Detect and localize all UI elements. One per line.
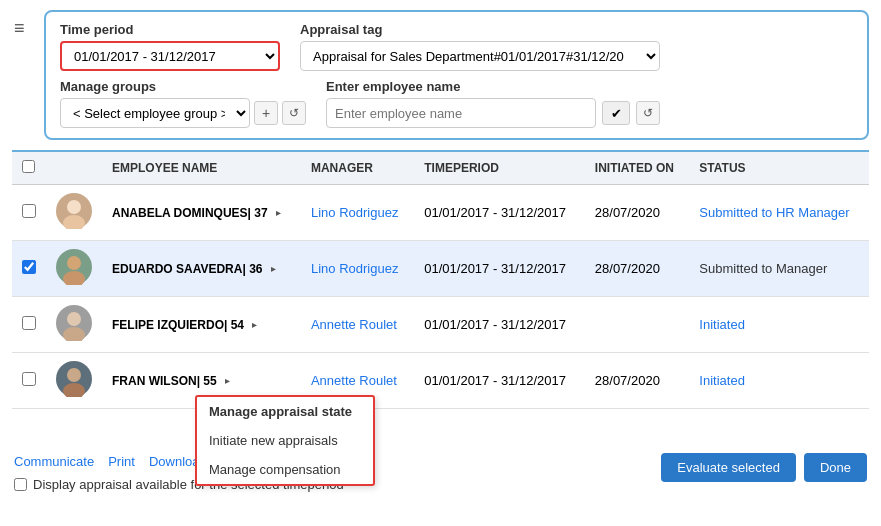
evaluate-selected-button[interactable]: Evaluate selected <box>661 453 796 482</box>
refresh-employee-icon[interactable]: ↺ <box>636 101 660 125</box>
row-checkbox[interactable] <box>22 372 36 386</box>
status-cell: Submitted to Manager <box>689 241 869 297</box>
more-dropdown-menu: Manage appraisal stateInitiate new appra… <box>195 395 375 486</box>
initiated-on-cell <box>585 297 690 353</box>
svg-point-1 <box>67 200 81 214</box>
employee-name-header: EMPLOYEE NAME <box>102 151 301 185</box>
employee-name: FRAN WILSON| 55 <box>112 374 217 388</box>
table-row: ANABELA DOMINQUES| 37 ▸ Lino Rodriguez 0… <box>12 185 869 241</box>
manager-header: MANAGER <box>301 151 414 185</box>
svg-point-4 <box>67 256 81 270</box>
employee-name-cell: EDUARDO SAAVEDRA| 36 ▸ <box>102 241 301 297</box>
employee-name: EDUARDO SAAVEDRA| 36 <box>112 262 263 276</box>
status-cell: Submitted to HR Manager <box>689 185 869 241</box>
avatar-cell <box>46 241 102 297</box>
dropdown-item[interactable]: Manage compensation <box>197 455 373 484</box>
manage-groups-label: Manage groups <box>60 79 306 94</box>
row-checkbox-cell[interactable] <box>12 353 46 409</box>
table-row: FRAN WILSON| 55 ▸ Annette Roulet 01/01/2… <box>12 353 869 409</box>
employee-name: ANABELA DOMINQUES| 37 <box>112 206 268 220</box>
display-checkbox[interactable] <box>14 478 27 491</box>
communicate-link[interactable]: Communicate <box>14 454 94 469</box>
refresh-group-icon[interactable]: ↺ <box>282 101 306 125</box>
employee-name-cell: ANABELA DOMINQUES| 37 ▸ <box>102 185 301 241</box>
manager-cell: Lino Rodriguez <box>301 185 414 241</box>
expand-icon[interactable]: ▸ <box>225 375 230 386</box>
expand-icon[interactable]: ▸ <box>276 207 281 218</box>
time-period-select[interactable]: 01/01/2017 - 31/12/2017 <box>60 41 280 71</box>
right-buttons: Evaluate selected Done <box>661 453 867 482</box>
manage-groups-group: Manage groups < Select employee group > … <box>60 79 306 128</box>
expand-icon[interactable]: ▸ <box>252 319 257 330</box>
timeperiod-header: TIMEPERIOD <box>414 151 585 185</box>
avatar-cell <box>46 297 102 353</box>
avatar <box>56 249 92 285</box>
hamburger-menu[interactable]: ≡ <box>14 18 25 39</box>
row-checkbox-cell[interactable] <box>12 297 46 353</box>
expand-icon[interactable]: ▸ <box>271 263 276 274</box>
add-group-icon[interactable]: + <box>254 101 278 125</box>
appraisal-tag-label: Appraisal tag <box>300 22 660 37</box>
employee-name-input[interactable] <box>326 98 596 128</box>
select-all-checkbox[interactable] <box>22 160 35 173</box>
initiated-on-cell: 28/07/2020 <box>585 241 690 297</box>
svg-point-10 <box>67 368 81 382</box>
status-cell: Initiated <box>689 297 869 353</box>
employee-name-group: Enter employee name ✔ ↺ <box>326 79 660 128</box>
appraisal-tag-group: Appraisal tag Appraisal for Sales Depart… <box>300 22 660 71</box>
row-checkbox-cell[interactable] <box>12 241 46 297</box>
avatar <box>56 193 92 229</box>
status-cell: Initiated <box>689 353 869 409</box>
employee-name: FELIPE IZQUIERDO| 54 <box>112 318 244 332</box>
print-link[interactable]: Print <box>108 454 135 469</box>
done-button[interactable]: Done <box>804 453 867 482</box>
svg-point-7 <box>67 312 81 326</box>
employee-name-cell: FELIPE IZQUIERDO| 54 ▸ <box>102 297 301 353</box>
time-period-label: Time period <box>60 22 280 37</box>
appraisal-tag-select[interactable]: Appraisal for Sales Department#01/01/201… <box>300 41 660 71</box>
select-all-header[interactable] <box>12 151 46 185</box>
confirm-employee-icon[interactable]: ✔ <box>602 101 630 125</box>
timeperiod-cell: 01/01/2017 - 31/12/2017 <box>414 353 585 409</box>
row-checkbox[interactable] <box>22 260 36 274</box>
timeperiod-cell: 01/01/2017 - 31/12/2017 <box>414 185 585 241</box>
avatar <box>56 361 92 397</box>
manager-cell: Lino Rodriguez <box>301 241 414 297</box>
initiated-on-cell: 28/07/2020 <box>585 185 690 241</box>
row-checkbox[interactable] <box>22 204 36 218</box>
dropdown-item[interactable]: Initiate new appraisals <box>197 426 373 455</box>
table-row: FELIPE IZQUIERDO| 54 ▸ Annette Roulet 01… <box>12 297 869 353</box>
timeperiod-cell: 01/01/2017 - 31/12/2017 <box>414 297 585 353</box>
row-checkbox[interactable] <box>22 316 36 330</box>
status-header: STATUS <box>689 151 869 185</box>
initiated-on-cell: 28/07/2020 <box>585 353 690 409</box>
avatar-cell <box>46 185 102 241</box>
avatar-cell <box>46 353 102 409</box>
dropdown-item[interactable]: Manage appraisal state <box>197 397 373 426</box>
row-checkbox-cell[interactable] <box>12 185 46 241</box>
table-row: EDUARDO SAAVEDRA| 36 ▸ Lino Rodriguez 01… <box>12 241 869 297</box>
group-select[interactable]: < Select employee group > <box>60 98 250 128</box>
initiated-on-header: INITIATED ON <box>585 151 690 185</box>
timeperiod-cell: 01/01/2017 - 31/12/2017 <box>414 241 585 297</box>
time-period-group: Time period 01/01/2017 - 31/12/2017 <box>60 22 280 71</box>
avatar <box>56 305 92 341</box>
manager-cell: Annette Roulet <box>301 297 414 353</box>
avatar-header <box>46 151 102 185</box>
employee-name-label: Enter employee name <box>326 79 660 94</box>
bottom-bar: Communicate Print Download More ▼ Displa… <box>0 446 881 526</box>
employee-table: EMPLOYEE NAME MANAGER TIMEPERIOD INITIAT… <box>12 150 869 409</box>
